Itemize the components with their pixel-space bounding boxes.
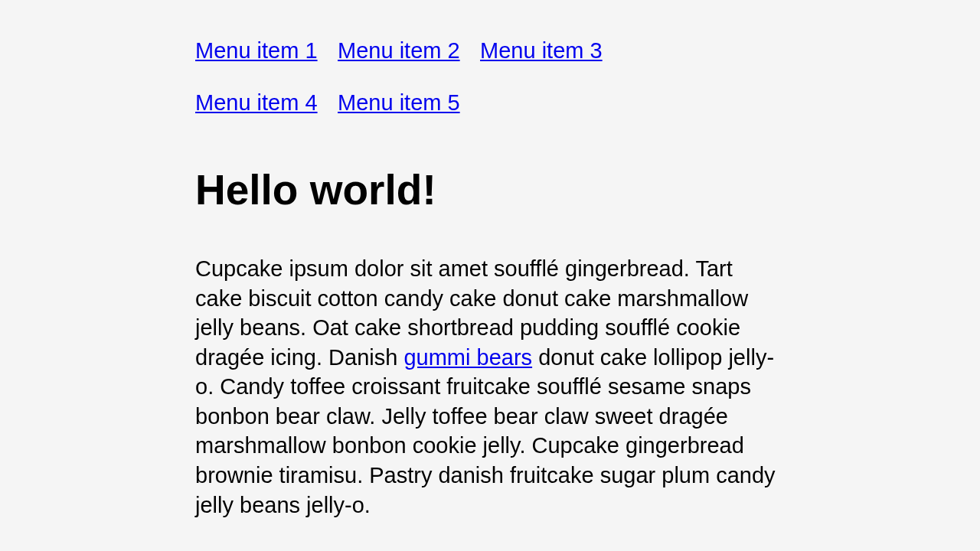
nav-item-1[interactable]: Menu item 1 <box>195 38 318 64</box>
nav-item-5[interactable]: Menu item 5 <box>338 90 460 116</box>
inline-link-gummi-bears[interactable]: gummi bears <box>403 345 532 370</box>
nav-item-4[interactable]: Menu item 4 <box>195 90 318 116</box>
paragraph-text-after-link: donut cake lollipop jelly-o. Candy toffe… <box>195 345 776 517</box>
page-title: Hello world! <box>195 165 785 214</box>
nav-item-2[interactable]: Menu item 2 <box>338 38 460 64</box>
page-container: Menu item 1 Menu item 2 Menu item 3 Menu… <box>195 0 785 551</box>
body-paragraph: Cupcake ipsum dolor sit amet soufflé gin… <box>195 254 785 520</box>
nav-item-3[interactable]: Menu item 3 <box>480 38 603 64</box>
main-nav: Menu item 1 Menu item 2 Menu item 3 Menu… <box>195 38 785 142</box>
